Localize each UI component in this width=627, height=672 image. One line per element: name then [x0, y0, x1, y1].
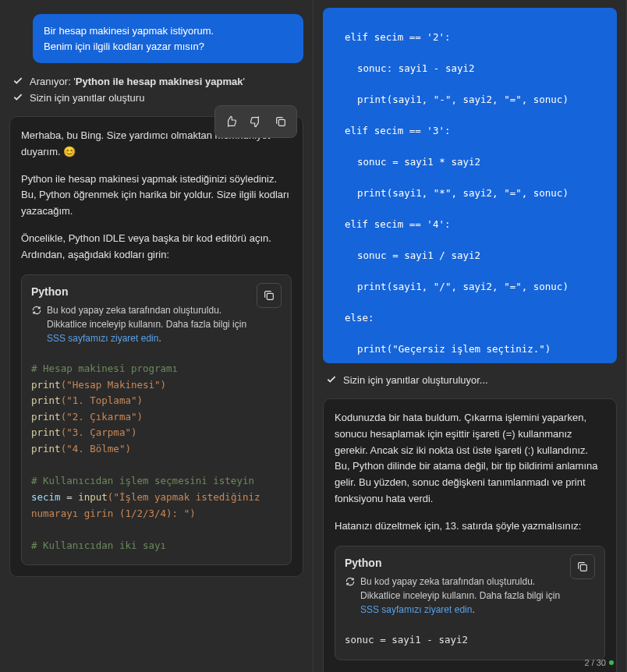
thumbs-up-button[interactable]: [220, 111, 242, 133]
code-language: Python: [31, 283, 249, 300]
code-disclaimer: Bu kod yapay zeka tarafından oluşturuldu…: [345, 575, 562, 617]
response-paragraph: Hatanızı düzeltmek için, 13. satırda şöy…: [335, 518, 605, 535]
message-counter: 2 / 30: [584, 658, 614, 667]
svg-rect-2: [580, 564, 586, 571]
code-content: # Hesap makinesi programı print("Hesap M…: [22, 353, 291, 565]
faq-link[interactable]: SSS sayfamızı ziyaret edin: [47, 333, 158, 344]
refresh-icon: [31, 305, 42, 316]
code-disclaimer: Bu kod yapay zeka tarafından oluşturuldu…: [31, 303, 249, 345]
copy-code-button[interactable]: [257, 283, 282, 308]
user-text-line1: Bir hesap makinesi yapmak istiyorum.: [44, 25, 214, 37]
code-header: Python Bu kod yapay zeka tarafından oluş…: [335, 546, 604, 624]
refresh-icon: [345, 576, 356, 587]
assistant-response: Merhaba, bu Bing. Size yardımcı olmaktan…: [9, 116, 303, 577]
generating-text: Sizin için yanıtlar oluşturuluyor...: [343, 374, 488, 386]
user-code-snippet: elif secim == '2': sonuc: sayi1 - sayi2 …: [323, 8, 617, 363]
faq-link[interactable]: SSS sayfamızı ziyaret edin: [360, 604, 472, 615]
copy-code-button[interactable]: [570, 554, 595, 579]
code-header: Python Bu kod yapay zeka tarafından oluş…: [22, 275, 291, 353]
check-icon: [326, 375, 337, 386]
search-text: Aranıyor: 'Python ile hesap makinesi yap…: [30, 76, 303, 87]
response-paragraph: Öncelikle, Python IDLE veya başka bir ko…: [21, 231, 292, 263]
response-paragraph: Python ile hesap makinesi yapmak istediğ…: [21, 172, 292, 220]
thumbs-down-button[interactable]: [245, 111, 267, 133]
generating-status: Sizin için yanıtlar oluşturuluyor...: [323, 374, 617, 386]
check-icon: [12, 93, 23, 104]
code-block: Python Bu kod yapay zeka tarafından oluş…: [21, 274, 292, 566]
code-content: sonuc = sayi1 - sayi2: [335, 624, 604, 660]
check-icon: [12, 76, 23, 87]
code-language: Python: [345, 554, 562, 571]
message-actions: [214, 105, 297, 138]
generating-status: Sizin için yanıtlar oluşturu: [9, 92, 303, 104]
copy-button[interactable]: [270, 111, 292, 133]
svg-rect-1: [267, 293, 273, 299]
chat-panel-right: elif secim == '2': sonuc: sayi1 - sayi2 …: [314, 0, 627, 672]
code-block: Python Bu kod yapay zeka tarafından oluş…: [335, 546, 605, 660]
search-status: Aranıyor: 'Python ile hesap makinesi yap…: [9, 76, 303, 87]
assistant-response: Kodunuzda bir hata buldum. Çıkarma işlem…: [323, 398, 617, 672]
svg-rect-0: [278, 119, 285, 126]
user-message: Bir hesap makinesi yapmak istiyorum. Ben…: [33, 14, 303, 63]
status-dot-icon: [609, 660, 614, 665]
response-paragraph: Kodunuzda bir hata buldum. Çıkarma işlem…: [335, 410, 605, 508]
generating-text: Sizin için yanıtlar oluşturu: [30, 92, 144, 104]
user-text-line2: Benim için ilgili kodları yazar mısın?: [44, 41, 204, 52]
chat-panel-left: Bir hesap makinesi yapmak istiyorum. Ben…: [0, 0, 314, 672]
